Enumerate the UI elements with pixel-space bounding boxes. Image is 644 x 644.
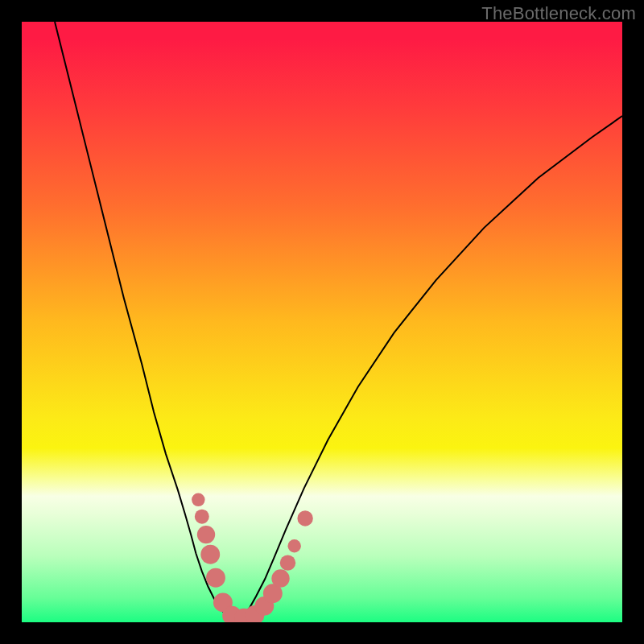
chart-svg <box>22 22 622 622</box>
marker-dot <box>197 526 215 543</box>
watermark-text: TheBottleneck.com <box>481 3 636 24</box>
marker-dot <box>195 510 209 524</box>
marker-dot <box>287 539 300 552</box>
plot-area <box>22 22 622 622</box>
marker-dot <box>192 493 204 506</box>
marker-dot <box>297 510 312 526</box>
marker-dot <box>206 568 225 588</box>
chart-frame: TheBottleneck.com <box>0 0 644 644</box>
marker-dot <box>271 569 289 587</box>
marker-dot <box>200 545 220 564</box>
marker-dot <box>280 555 295 570</box>
